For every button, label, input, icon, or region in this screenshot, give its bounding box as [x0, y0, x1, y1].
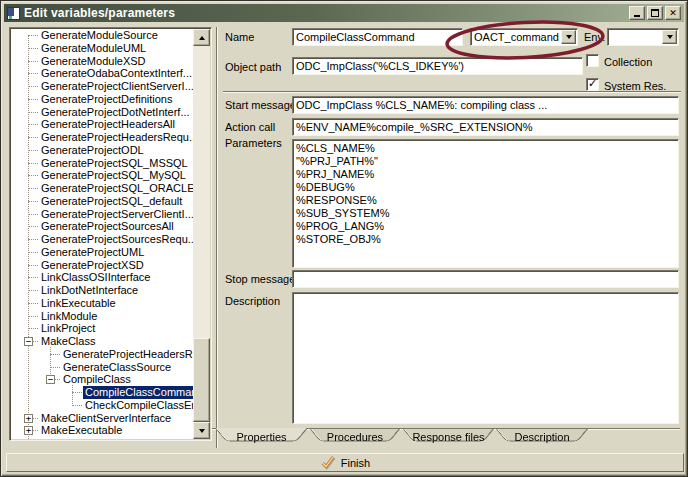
tree-connector [28, 290, 38, 291]
tree-item[interactable]: GenerateClassSource [11, 361, 193, 374]
tree-item-label: GenerateProjectDotNetInterf... [39, 106, 192, 119]
window-icon [7, 7, 20, 20]
description-textarea[interactable] [292, 292, 679, 424]
tree-connector [28, 303, 38, 304]
tree-connector [28, 61, 38, 62]
tree-item-label: GenerateModuleXSD [39, 55, 148, 68]
tree-item[interactable]: GenerateProjectSQL_MySQL [11, 169, 193, 182]
tree-item[interactable]: −CompileClass [11, 373, 193, 386]
tree-item[interactable]: CompileClassCommand [11, 386, 193, 399]
system-res-checkbox[interactable] [586, 78, 599, 91]
tree-connector [28, 150, 38, 151]
tree-item[interactable]: GenerateProjectSourcesRequ... [11, 233, 193, 246]
minus-box-icon[interactable]: − [46, 375, 55, 384]
parameters-textarea[interactable]: %CLS_NAME% "%PRJ_PATH%" %PRJ_NAME% %DEBU… [292, 139, 679, 268]
tree-rows-host: GenerateModuleSourceGenerateModuleUMLGen… [11, 29, 193, 439]
tab-description[interactable]: Description [496, 429, 588, 446]
tree-item[interactable]: GenerateProjectSQL_ORACLE [11, 182, 193, 195]
minus-box-icon[interactable]: − [24, 337, 33, 346]
tree-item[interactable]: CheckCompileClassError [11, 399, 193, 412]
finish-button-label: Finish [341, 457, 370, 469]
tree-item[interactable]: GenerateModuleXSD [11, 55, 193, 68]
tree-connector [28, 214, 38, 215]
name-label: Name [225, 31, 254, 43]
tree-connector [28, 35, 38, 36]
env-dropdown[interactable] [607, 28, 679, 46]
tree-item[interactable]: GenerateOdabaContextInterf... [11, 67, 193, 80]
tree-item[interactable]: GenerateProjectSQL_default [11, 195, 193, 208]
tree-item-label: LinkDotNetInterface [39, 284, 140, 297]
tree-panel: GenerateModuleSourceGenerateModuleUMLGen… [9, 27, 212, 441]
tree-item[interactable]: GenerateProjectSQL_MSSQL [11, 157, 193, 170]
tree-connector [72, 405, 82, 406]
collection-checkbox[interactable] [586, 54, 599, 67]
scrollbar-track[interactable] [193, 46, 210, 422]
tree-item[interactable]: GenerateProjectHeadersRequ... [11, 131, 193, 144]
tree-item[interactable]: GenerateProjectODL [11, 144, 193, 157]
tab-label: Description [514, 431, 569, 443]
plus-box-icon[interactable]: + [24, 426, 33, 435]
tree-connector [28, 328, 38, 329]
type-dropdown-button[interactable] [561, 30, 576, 44]
tree-item-label: GenerateProjectHeadersRequ... [39, 131, 193, 144]
tree-item[interactable]: GenerateProjectXSD [11, 259, 193, 272]
plus-box-icon[interactable]: + [24, 414, 33, 423]
tree-item-label: GenerateProjectSQL_ORACLE [39, 182, 193, 195]
tree-connector [28, 99, 38, 100]
tab-response-files[interactable]: Response files [403, 429, 494, 446]
tree-item[interactable]: GenerateProjectSourcesAll [11, 220, 193, 233]
tree-item-label: GenerateProjectHeadersR... [61, 348, 193, 361]
tree-connector [28, 252, 38, 253]
object-path-input[interactable] [292, 57, 583, 75]
tree-item[interactable]: LinkModule [11, 310, 193, 323]
form-separator [223, 91, 681, 93]
tree-item[interactable]: −MakeClass [11, 335, 193, 348]
tree-item[interactable]: GenerateProjectUML [11, 246, 193, 259]
tree-connector [28, 163, 38, 164]
tree-item[interactable]: GenerateProjectHeadersR... [11, 348, 193, 361]
tab-properties[interactable]: Properties [215, 428, 308, 447]
action-call-input[interactable] [292, 118, 679, 136]
tab-procedures[interactable]: Procedures [310, 429, 400, 446]
tree-item[interactable]: LinkProject [11, 322, 193, 335]
tree-item-label: GenerateProjectXSD [39, 259, 146, 272]
scroll-down-button[interactable] [193, 422, 210, 439]
tree-item[interactable]: LinkDotNetInterface [11, 284, 193, 297]
type-dropdown[interactable]: OACT_command [470, 28, 578, 46]
start-message-input[interactable] [292, 96, 679, 114]
tree-item[interactable]: GenerateModuleSource [11, 29, 193, 42]
tree-item[interactable]: GenerateProjectDotNetInterf... [11, 106, 193, 119]
tree-item[interactable]: LinkExecutable [11, 297, 193, 310]
maximize-button[interactable] [647, 6, 663, 20]
tree-item-label: MakeClientServerInterface [39, 412, 173, 425]
tree-item[interactable]: LinkClassOSIInterface [11, 271, 193, 284]
tree-connector [28, 265, 38, 266]
titlebar[interactable]: Edit variables/parameters ✕ [4, 4, 684, 22]
tree-item-label: GenerateProjectSQL_default [39, 195, 184, 208]
tree-item[interactable]: GenerateProjectClientServerI... [11, 80, 193, 93]
minimize-button[interactable] [629, 6, 645, 20]
tree-item[interactable]: GenerateProjectDefinitions [11, 93, 193, 106]
finish-button[interactable]: Finish [6, 453, 684, 472]
chevron-down-icon [566, 35, 572, 39]
tree-item-label: CompileClassCommand [83, 386, 193, 399]
action-call-label: Action call [225, 121, 275, 133]
tree-scrollbar[interactable] [193, 29, 210, 439]
tree-item-label: GenerateProjectUML [39, 246, 146, 259]
tree-item-label: MakeExecutable [39, 424, 124, 437]
tree-item[interactable]: GenerateProjectServerClientI... [11, 208, 193, 221]
close-button[interactable]: ✕ [665, 6, 681, 20]
tree-item[interactable]: GenerateModuleUML [11, 42, 193, 55]
tree-item[interactable]: +MakeModule [11, 437, 193, 439]
tree-item[interactable]: GenerateProjectHeadersAll [11, 118, 193, 131]
stop-message-input[interactable] [292, 270, 679, 288]
scroll-up-button[interactable] [193, 29, 210, 46]
name-input[interactable] [292, 28, 463, 46]
chevron-down-icon [667, 35, 673, 39]
tree-item[interactable]: +MakeExecutable [11, 424, 193, 437]
tree-item[interactable]: +MakeClientServerInterface [11, 412, 193, 425]
tree-item-label: GenerateProjectSQL_MySQL [39, 169, 188, 182]
env-dropdown-button[interactable] [662, 30, 677, 44]
scrollbar-thumb[interactable] [193, 338, 210, 422]
tree-connector [28, 239, 38, 240]
